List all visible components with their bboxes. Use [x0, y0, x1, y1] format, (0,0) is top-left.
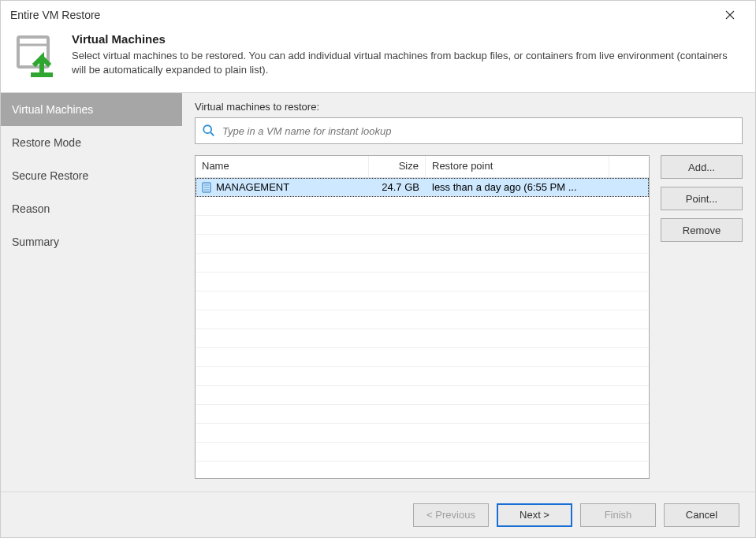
close-button[interactable]	[714, 4, 746, 26]
wizard-step-description: Select virtual machines to be restored. …	[72, 49, 741, 77]
table-row-empty	[196, 273, 649, 291]
search-icon	[202, 124, 216, 138]
wizard-header-icon	[15, 34, 59, 78]
table-body: MANAGEMENT 24.7 GB less than a day ago (…	[196, 178, 649, 478]
table-row-empty	[196, 386, 649, 405]
table-row-empty	[196, 405, 649, 424]
wizard-header: Virtual Machines Select virtual machines…	[1, 29, 755, 92]
table-row-empty	[196, 310, 649, 329]
vm-icon	[202, 182, 211, 193]
remove-button[interactable]: Remove	[661, 218, 743, 242]
sidebar-item-summary[interactable]: Summary	[1, 225, 182, 258]
sidebar-item-secure-restore[interactable]: Secure Restore	[1, 159, 182, 192]
table-row[interactable]: MANAGEMENT 24.7 GB less than a day ago (…	[196, 178, 649, 197]
table-row-empty	[196, 235, 649, 254]
search-input[interactable]	[222, 125, 736, 137]
wizard-footer: < Previous Next > Finish Cancel	[1, 492, 755, 537]
wizard-body: Virtual Machines Restore Mode Secure Res…	[1, 92, 755, 492]
point-button[interactable]: Point...	[661, 187, 743, 210]
wizard-step-title: Virtual Machines	[72, 32, 741, 46]
previous-button: < Previous	[413, 503, 489, 527]
sidebar-item-reason[interactable]: Reason	[1, 192, 182, 225]
table-row-empty	[196, 348, 649, 367]
table-row-empty	[196, 424, 649, 443]
vm-table: Name Size Restore point MANAGEMENT 24.7 …	[195, 155, 650, 479]
window-title: Entire VM Restore	[10, 9, 100, 21]
close-icon	[725, 10, 735, 20]
column-header-name[interactable]: Name	[196, 156, 369, 177]
column-header-size[interactable]: Size	[369, 156, 426, 177]
cancel-button[interactable]: Cancel	[664, 503, 739, 527]
table-header: Name Size Restore point	[196, 156, 649, 178]
table-row-empty	[196, 291, 649, 310]
table-row-empty	[196, 216, 649, 235]
titlebar: Entire VM Restore	[1, 1, 755, 29]
sidebar-item-virtual-machines[interactable]: Virtual Machines	[1, 93, 182, 126]
table-row-empty	[196, 254, 649, 273]
svg-line-3	[210, 132, 214, 135]
table-row-empty	[196, 329, 649, 348]
wizard-steps-sidebar: Virtual Machines Restore Mode Secure Res…	[1, 93, 182, 492]
cell-size: 24.7 GB	[369, 181, 426, 193]
search-field-wrap[interactable]	[195, 117, 743, 144]
table-row-empty	[196, 443, 649, 462]
next-button[interactable]: Next >	[497, 503, 572, 527]
sidebar-item-restore-mode[interactable]: Restore Mode	[1, 126, 182, 159]
table-row-empty	[196, 197, 649, 216]
table-row-empty	[196, 367, 649, 386]
svg-point-2	[203, 125, 211, 133]
cell-restore-point: less than a day ago (6:55 PM ...	[426, 181, 609, 193]
column-header-restore-point[interactable]: Restore point	[426, 156, 609, 177]
column-header-spacer	[609, 156, 649, 177]
main-panel: Virtual machines to restore: Name Size R…	[182, 93, 755, 492]
finish-button: Finish	[580, 503, 656, 527]
cell-name: MANAGEMENT	[216, 181, 289, 193]
add-button[interactable]: Add...	[661, 155, 743, 179]
main-label: Virtual machines to restore:	[195, 101, 743, 113]
side-buttons: Add... Point... Remove	[661, 155, 743, 479]
